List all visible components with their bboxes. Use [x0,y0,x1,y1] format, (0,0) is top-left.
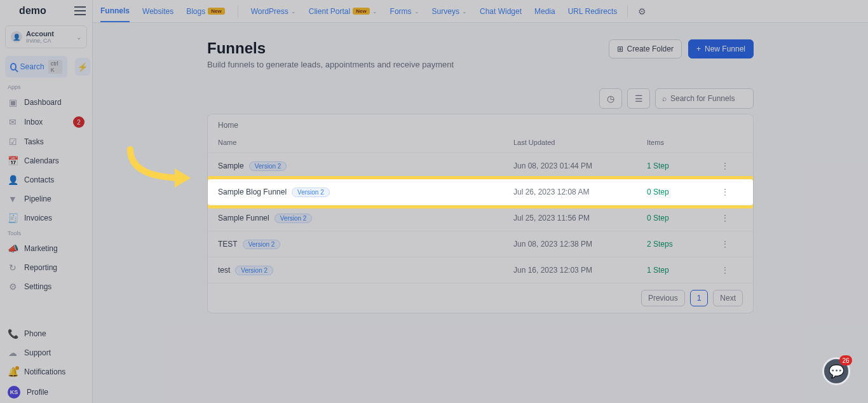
chevron-down-icon: ⌄ [462,8,467,15]
sidebar-item-calendars[interactable]: 📅Calendars [0,151,92,170]
chevron-down-icon: ⌄ [76,34,81,41]
table-row[interactable]: SampleVersion 2Jun 08, 2023 01:44 PM1 St… [208,153,753,179]
section-apps-label: Apps [0,81,92,93]
search-button[interactable]: Search ctrl K [5,56,67,78]
pager-page-1[interactable]: 1 [690,290,709,306]
sidebar-item-tasks[interactable]: ☑Tasks [0,132,92,151]
chevron-down-icon: ⌄ [372,8,377,15]
top-nav: FunnelsWebsitesBlogs NewWordPress ⌄Clien… [93,0,868,23]
flash-icon[interactable]: ⚡ [75,58,90,76]
pipeline-icon: ▼ [8,194,18,204]
history-icon-button[interactable]: ◷ [599,88,622,109]
chat-icon: 💬 [829,364,844,379]
sidebar-item-dashboard[interactable]: ▣Dashboard [0,93,92,112]
sidebar-item-inbox[interactable]: ✉Inbox2 [0,112,92,132]
search-funnels-input[interactable]: ⌕ Search for Funnels [655,88,754,109]
sidebar-item-pipeline[interactable]: ▼Pipeline [0,189,92,208]
support-icon: ☁ [8,348,18,358]
tab-client-portal[interactable]: Client Portal New ⌄ [309,1,377,22]
kebab-icon[interactable]: ⋮ [721,213,729,223]
reporting-icon: ↻ [8,263,18,273]
chat-bubble-button[interactable]: 💬 26 [822,357,850,385]
funnel-name: Sample Blog Funnel [218,188,287,196]
tab-media[interactable]: Media [534,1,555,22]
version-pill: Version 2 [292,188,330,197]
kebab-icon[interactable]: ⋮ [721,265,729,275]
invoices-icon: 🧾 [8,213,18,223]
tab-blogs[interactable]: Blogs New [186,1,224,22]
kebab-icon[interactable]: ⋮ [721,187,729,197]
hamburger-icon[interactable] [74,6,86,15]
sidebar: demo 👤 Account Irvine, CA ⌄ Search ctrl … [0,0,93,403]
page-subtitle: Build funnels to generate leads, appoint… [207,60,454,69]
sidebar-item-phone[interactable]: 📞Phone [0,324,92,343]
version-pill: Version 2 [275,214,313,223]
badge: 2 [73,116,85,128]
section-tools-label: Tools [0,228,92,239]
funnel-name: test [218,266,230,275]
tab-chat-widget[interactable]: Chat Widget [480,1,522,22]
sidebar-item-marketing[interactable]: 📣Marketing [0,239,92,258]
chevron-down-icon: ⌄ [414,8,419,15]
tab-wordpress[interactable]: WordPress ⌄ [251,1,296,22]
chevron-down-icon: ⌄ [291,8,296,15]
account-location: Irvine, CA [26,38,72,44]
list-view-icon-button[interactable]: ☰ [627,88,650,109]
tab-surveys[interactable]: Surveys ⌄ [432,1,467,22]
table-row[interactable]: Sample FunnelVersion 2Jul 25, 2023 11:56… [208,205,753,231]
tab-forms[interactable]: Forms ⌄ [390,1,419,22]
funnel-name: Sample [218,161,244,170]
search-shortcut: ctrl K [48,60,62,74]
gear-icon[interactable]: ⚙ [638,6,646,17]
tasks-icon: ☑ [8,137,18,147]
sidebar-item-invoices[interactable]: 🧾Invoices [0,208,92,228]
search-icon [10,63,17,71]
settings-icon: ⚙ [8,282,18,292]
inbox-icon: ✉ [8,117,18,127]
funnel-items: 0 Step [647,188,710,196]
account-avatar-icon: 👤 [11,31,22,43]
funnel-items: 0 Step [647,214,710,222]
version-pill: Version 2 [249,161,287,171]
tab-url-redirects[interactable]: URL Redirects [568,1,618,22]
notification-dot [15,366,19,370]
funnels-table: Home Name Last Updated Items SampleVersi… [207,114,754,313]
tab-websites[interactable]: Websites [142,1,173,22]
sidebar-item-support[interactable]: ☁Support [0,343,92,362]
highlight-arrow-icon [124,143,200,194]
account-switcher[interactable]: 👤 Account Irvine, CA ⌄ [5,25,87,48]
sidebar-item-contacts[interactable]: 👤Contacts [0,170,92,189]
funnel-updated: Jul 25, 2023 11:56 PM [513,214,647,222]
account-name: Account [26,30,72,38]
sidebar-item-settings[interactable]: ⚙Settings [0,277,92,296]
pager-previous[interactable]: Previous [641,290,685,306]
funnel-updated: Jun 16, 2023 12:03 PM [513,266,647,275]
new-pill: New [353,8,369,15]
funnel-items: 1 Step [647,161,710,170]
sidebar-item-profile[interactable]: KSProfile [0,381,92,403]
page-title: Funnels [207,39,454,57]
funnel-updated: Jul 26, 2023 12:08 AM [513,188,647,196]
table-row[interactable]: Sample Blog FunnelVersion 2Jul 26, 2023 … [208,179,753,205]
breadcrumb[interactable]: Home [208,114,753,132]
table-row[interactable]: testVersion 2Jun 16, 2023 12:03 PM1 Step… [208,257,753,283]
sidebar-item-notifications[interactable]: 🔔Notifications [0,362,92,381]
version-pill: Version 2 [243,240,281,249]
profile-avatar-icon: KS [8,386,20,399]
pager-next[interactable]: Next [713,290,743,306]
table-row[interactable]: TESTVersion 2Jun 08, 2023 12:38 PM2 Step… [208,231,753,257]
col-header-name: Name [218,139,513,146]
new-funnel-button[interactable]: + New Funnel [688,39,754,58]
kebab-icon[interactable]: ⋮ [721,239,729,249]
brand-logo: demo [19,5,46,17]
sidebar-item-reporting[interactable]: ↻Reporting [0,258,92,277]
funnel-items: 1 Step [647,266,710,275]
col-header-updated: Last Updated [513,139,647,146]
dashboard-icon: ▣ [8,97,18,107]
tab-funnels[interactable]: Funnels [100,1,130,22]
create-folder-button[interactable]: ⊞ Create Folder [609,39,682,58]
funnel-name: TEST [218,240,238,249]
version-pill: Version 2 [235,266,273,275]
funnel-name: Sample Funnel [218,214,269,222]
kebab-icon[interactable]: ⋮ [721,161,729,171]
